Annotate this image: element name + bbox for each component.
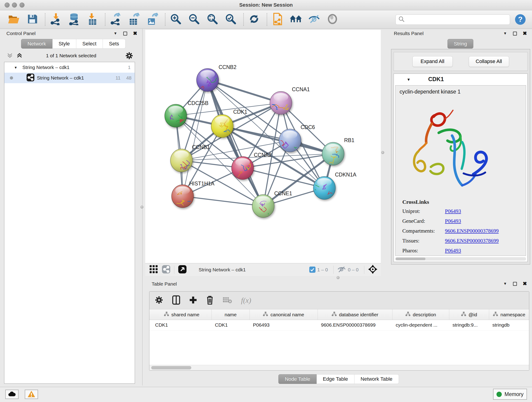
network-canvas[interactable]: CCNB2CCNA1CDC25BCDK1CDC6RB1CCNB1CCNA2CDK…: [145, 30, 381, 263]
cloud-status-button[interactable]: [5, 390, 19, 399]
import-network-icon: [50, 13, 61, 26]
tab-string[interactable]: String: [447, 39, 473, 49]
memory-button[interactable]: Memory: [493, 389, 527, 400]
network-collection-row[interactable]: ▼ String Network – cdk1 1: [4, 62, 135, 73]
selected-items-checkbox[interactable]: [309, 267, 316, 273]
export-table-button[interactable]: [128, 13, 140, 26]
network-node-CCNA1[interactable]: [270, 91, 292, 114]
table-cell[interactable]: CDK1: [152, 320, 212, 330]
crosslink-link[interactable]: P06493: [445, 208, 461, 214]
tab-network[interactable]: Network: [21, 39, 52, 49]
column-header-shared-name[interactable]: shared name: [152, 309, 212, 320]
table-row[interactable]: CDK1CDK1P064939606.ENSP00000378699cyclin…: [149, 320, 529, 331]
network-node-CDC25B[interactable]: [165, 104, 187, 127]
results-panel-float-icon[interactable]: [513, 32, 517, 36]
network-row[interactable]: String Network – cdk1 11 48: [4, 73, 135, 83]
table-horizontal-scrollbar[interactable]: [149, 365, 529, 370]
network-node-CCNB2[interactable]: [196, 69, 219, 91]
tab-edge-table[interactable]: Edge Table: [317, 374, 355, 384]
network-edge-CCNB2-CCNA1[interactable]: [208, 80, 281, 103]
crosslink-link[interactable]: P06493: [445, 218, 461, 224]
table-cell[interactable]: 9606.ENSP00000378699: [318, 320, 393, 330]
table-cell[interactable]: stringdb: [489, 320, 529, 330]
import-network-button[interactable]: [50, 13, 62, 26]
table-cell[interactable]: cyclin-dependent ...: [393, 320, 449, 330]
column-header-name[interactable]: name: [212, 309, 250, 320]
network-edge-CCNB2-CCNE1[interactable]: [208, 80, 263, 206]
crosslink-link[interactable]: 9606.ENSP00000378699: [445, 228, 499, 234]
search-input[interactable]: [407, 17, 507, 22]
expand-all-button[interactable]: Expand All: [412, 56, 453, 67]
add-column-icon[interactable]: [189, 296, 197, 305]
export-network-button[interactable]: [109, 13, 122, 26]
delete-column-icon[interactable]: [206, 295, 214, 306]
help-button[interactable]: ?: [515, 14, 526, 25]
column-header-database-identifier[interactable]: database identifier: [318, 309, 393, 320]
export-image-button[interactable]: [146, 13, 158, 26]
results-panel-collapse-icon[interactable]: ▼: [503, 32, 507, 36]
column-header-description[interactable]: description: [393, 309, 449, 320]
show-columns-icon[interactable]: [172, 295, 180, 306]
table-panel-close-icon[interactable]: ✖: [523, 281, 527, 286]
crosslink-link[interactable]: P06493: [445, 248, 461, 254]
tree-expand-icon[interactable]: ▼: [14, 65, 17, 70]
collapse-all-button[interactable]: Collapse All: [469, 56, 509, 67]
column-label: namespace: [500, 312, 525, 317]
string-home-button[interactable]: [290, 13, 302, 26]
import-table-button[interactable]: [86, 13, 99, 26]
table-cell[interactable]: P06493: [250, 320, 318, 330]
birdseye-navigator-icon[interactable]: [368, 264, 378, 275]
tab-select[interactable]: Select: [76, 39, 103, 49]
column-label: database identifier: [339, 312, 379, 317]
zoom-selected-button[interactable]: [225, 13, 237, 26]
toolbar-separator: [243, 13, 244, 26]
left-splitter-handle[interactable]: [140, 206, 143, 209]
tab-sets[interactable]: Sets: [103, 39, 126, 49]
column-header-canonical-name[interactable]: canonical name: [250, 309, 318, 320]
entry-horizontal-scrollbar[interactable]: [395, 257, 526, 261]
hidden-eye-icon[interactable]: [337, 266, 346, 274]
results-panel-close-icon[interactable]: ✖: [523, 31, 527, 36]
column-header-@id[interactable]: @id: [449, 309, 489, 320]
tab-node-table[interactable]: Node Table: [278, 374, 317, 384]
network-edge-HIST1H1A-CCNE1[interactable]: [183, 196, 263, 206]
zoom-out-button[interactable]: [188, 13, 200, 26]
string-export-button[interactable]: [271, 13, 284, 26]
right-splitter-handle[interactable]: [381, 151, 384, 154]
table-settings-gear-icon[interactable]: [155, 296, 163, 305]
network-node-RB1[interactable]: [322, 142, 344, 165]
node-label-CCNE1: CCNE1: [274, 191, 292, 196]
network-node-CCNA2[interactable]: [232, 157, 254, 179]
control-panel-close-icon[interactable]: ✖: [133, 31, 137, 36]
network-node-CCNE1[interactable]: [252, 195, 274, 223]
svg-text:?: ?: [518, 15, 523, 23]
grid-view-icon[interactable]: [149, 265, 158, 274]
bottom-splitter-handle[interactable]: [336, 276, 340, 279]
table-panel-collapse-icon[interactable]: ▼: [503, 282, 507, 286]
tab-style[interactable]: Style: [52, 39, 76, 49]
warning-status-button[interactable]: [25, 390, 38, 399]
share-view-icon[interactable]: [162, 265, 171, 274]
hide-glasses-button[interactable]: [308, 13, 320, 26]
network-options-gear-icon[interactable]: [125, 52, 133, 61]
network-node-CDKN1A[interactable]: [311, 177, 338, 199]
zoom-fit-button[interactable]: [206, 13, 219, 26]
zoom-in-button[interactable]: [170, 13, 182, 26]
save-session-button[interactable]: [26, 13, 38, 26]
crosslink-link[interactable]: 9606.ENSP00000378699: [445, 238, 499, 244]
table-cell[interactable]: CDK1: [212, 320, 250, 330]
control-panel-collapse-icon[interactable]: ▼: [114, 32, 117, 36]
table-cell[interactable]: stringdb:9...: [449, 320, 489, 330]
entry-collapse-icon[interactable]: ▼: [407, 77, 411, 82]
network-node-HIST1H1A[interactable]: [172, 185, 197, 208]
column-header-namespace[interactable]: namespace: [489, 309, 529, 320]
open-session-button[interactable]: [8, 13, 20, 26]
detach-view-icon[interactable]: [178, 265, 187, 274]
table-panel-float-icon[interactable]: [513, 282, 517, 286]
control-panel-float-icon[interactable]: [123, 32, 127, 36]
tab-network-table[interactable]: Network Table: [355, 374, 399, 384]
show-panel-button[interactable]: [326, 13, 339, 26]
apply-layout-button[interactable]: [248, 13, 260, 26]
import-network-from-database-button[interactable]: [68, 13, 80, 26]
table-panel-tabs: Node TableEdge TableNetwork Table: [145, 374, 532, 384]
